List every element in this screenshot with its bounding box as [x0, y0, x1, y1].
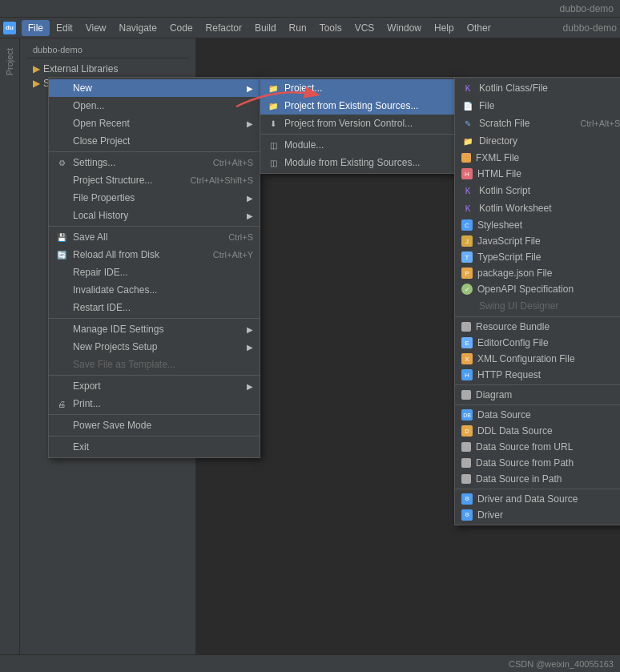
editorconfig-icon: E [461, 337, 473, 348]
file-menu-manage-ide[interactable]: Manage IDE Settings ▶ [49, 320, 260, 338]
save-icon: 💾 [55, 231, 68, 243]
new-editorconfig[interactable]: E EditorConfig File [455, 335, 620, 351]
new-driver-datasource[interactable]: ⚙ Driver and Data Source [455, 491, 620, 507]
xml-icon: X [461, 353, 473, 364]
new-datasource-in-path[interactable]: Data Source in Path [455, 471, 620, 487]
separator-2 [49, 226, 260, 227]
file-menu-repair[interactable]: Repair IDE... [49, 264, 260, 281]
file-menu-exit[interactable]: Exit [49, 438, 260, 456]
separator-file-2 [455, 384, 620, 385]
folder-icon: 📁 [267, 82, 280, 95]
package-json-icon: P [461, 268, 473, 279]
menu-tools[interactable]: Tools [313, 20, 348, 36]
file-menu-export[interactable]: Export ▶ [49, 377, 260, 395]
file-menu-dropdown: New ▶ Open... Open Recent ▶ Close Projec… [48, 77, 260, 458]
menu-run[interactable]: Run [283, 20, 313, 36]
new-stylesheet[interactable]: C Stylesheet [455, 217, 620, 233]
separator-3 [49, 318, 260, 319]
project-tab[interactable]: Project [2, 42, 18, 82]
print-icon: 🖨 [55, 397, 68, 410]
tree-external-libraries[interactable]: ▶ External Libraries [26, 62, 189, 76]
file-menu-save-all[interactable]: 💾 Save All Ctrl+S [49, 228, 260, 246]
file-menu-invalidate[interactable]: Invalidate Caches... [49, 281, 260, 299]
new-resource-bundle[interactable]: Resource Bundle [455, 319, 620, 335]
new-html[interactable]: H HTML File [455, 166, 620, 182]
menu-vcs[interactable]: VCS [348, 20, 381, 36]
menu-window[interactable]: Window [380, 20, 428, 36]
diagram-icon [461, 390, 471, 400]
separator-1 [49, 151, 260, 152]
new-kotlin-script[interactable]: K Kotlin Script [455, 182, 620, 199]
separator-4 [49, 375, 260, 376]
new-project[interactable]: 📁 Project... [260, 79, 455, 97]
js-icon: J [461, 235, 473, 247]
menu-edit[interactable]: Edit [50, 20, 79, 36]
new-kotlin-class[interactable]: K Kotlin Class/File [455, 79, 620, 97]
new-submenu-dropdown: 📁 Project... 📁 Project from Existing Sou… [260, 77, 456, 174]
new-xml-config[interactable]: X XML Configuration File ▶ [455, 351, 620, 367]
http-icon: H [461, 369, 473, 380]
scratch-icon: ✎ [461, 117, 474, 130]
new-directory[interactable]: 📁 Directory [455, 132, 620, 150]
menu-view[interactable]: View [79, 20, 113, 36]
new-module[interactable]: ◫ Module... [260, 136, 455, 154]
resource-icon [461, 322, 471, 332]
menu-file[interactable]: File [22, 20, 50, 36]
file-menu-close-project[interactable]: Close Project [49, 132, 260, 150]
new-ddl-datasource[interactable]: D DDL Data Source [455, 423, 620, 439]
ddl-icon: D [461, 425, 473, 437]
kotlin-icon: K [461, 82, 474, 95]
file-menu-power-save[interactable]: Power Save Mode [49, 416, 260, 434]
new-package-json[interactable]: P package.json File [455, 265, 620, 281]
separator-new-1 [260, 134, 455, 135]
new-project-vcs[interactable]: ⬇ Project from Version Control... [260, 115, 455, 132]
new-fxml[interactable]: FXML File [455, 150, 620, 166]
menu-code[interactable]: Code [163, 20, 199, 36]
file-menu-new-projects[interactable]: New Projects Setup ▶ [49, 338, 260, 356]
kotlin-worksheet-icon: K [461, 202, 474, 215]
new-file[interactable]: 📄 File [455, 97, 620, 115]
file-menu-reload[interactable]: 🔄 Reload All from Disk Ctrl+Alt+Y [49, 246, 260, 264]
menu-bar: du File Edit View Navigate Code Refactor… [0, 18, 620, 38]
new-module-existing[interactable]: ◫ Module from Existing Sources... [260, 154, 455, 171]
file-menu-open[interactable]: Open... [49, 97, 260, 115]
file-menu-print[interactable]: 🖨 Print... [49, 395, 260, 412]
directory-icon: 📁 [461, 135, 474, 147]
file-menu-settings[interactable]: ⚙ Settings... Ctrl+Alt+S [49, 154, 260, 171]
menu-navigate[interactable]: Navigate [113, 20, 163, 36]
datasource-icon: DB [461, 409, 473, 421]
main-area: Project dubbo-demo ▶ External Libraries … [0, 38, 620, 672]
new-http-request[interactable]: H HTTP Request [455, 367, 620, 383]
file-menu-open-recent[interactable]: Open Recent ▶ [49, 115, 260, 132]
app-icon[interactable]: du [3, 22, 16, 34]
menu-help[interactable]: Help [428, 20, 461, 36]
separator-5 [49, 414, 260, 415]
recent-icon [55, 117, 68, 130]
file-menu-restart[interactable]: Restart IDE... [49, 299, 260, 316]
fxml-icon [461, 153, 471, 163]
status-text: CSDN @weixin_40055163 [509, 659, 614, 669]
separator-file-4 [455, 489, 620, 489]
new-driver[interactable]: ⚙ Driver [455, 507, 620, 523]
new-datasource-path[interactable]: Data Source from Path [455, 455, 620, 471]
new-javascript[interactable]: J JavaScript File [455, 233, 620, 249]
new-project-existing[interactable]: 📁 Project from Existing Sources... [260, 97, 455, 115]
new-datasource[interactable]: DB Data Source ▶ [455, 407, 620, 423]
file-menu-local-history[interactable]: Local History ▶ [49, 207, 260, 224]
file-menu-file-properties[interactable]: File Properties ▶ [49, 189, 260, 207]
new-openapi[interactable]: ✓ OpenAPI Specification [455, 281, 620, 297]
menu-refactor[interactable]: Refactor [199, 20, 248, 36]
module-icon: ◫ [267, 139, 280, 151]
separator-file-3 [455, 404, 620, 405]
menu-build[interactable]: Build [248, 20, 283, 36]
new-kotlin-worksheet[interactable]: K Kotlin Worksheet [455, 199, 620, 217]
new-diagram[interactable]: Diagram ▶ [455, 387, 620, 403]
file-menu-project-structure[interactable]: Project Structure... Ctrl+Alt+Shift+S [49, 171, 260, 189]
new-typescript[interactable]: T TypeScript File [455, 249, 620, 265]
file-menu-new[interactable]: New ▶ [49, 79, 260, 97]
menu-other[interactable]: Other [461, 20, 497, 36]
app-title: dubbo-demo [560, 3, 614, 14]
new-datasource-url[interactable]: Data Source from URL [455, 439, 620, 455]
new-scratch-file[interactable]: ✎ Scratch File Ctrl+Alt+Shift+Insert [455, 115, 620, 132]
folder-icon: ▶ [33, 63, 40, 74]
